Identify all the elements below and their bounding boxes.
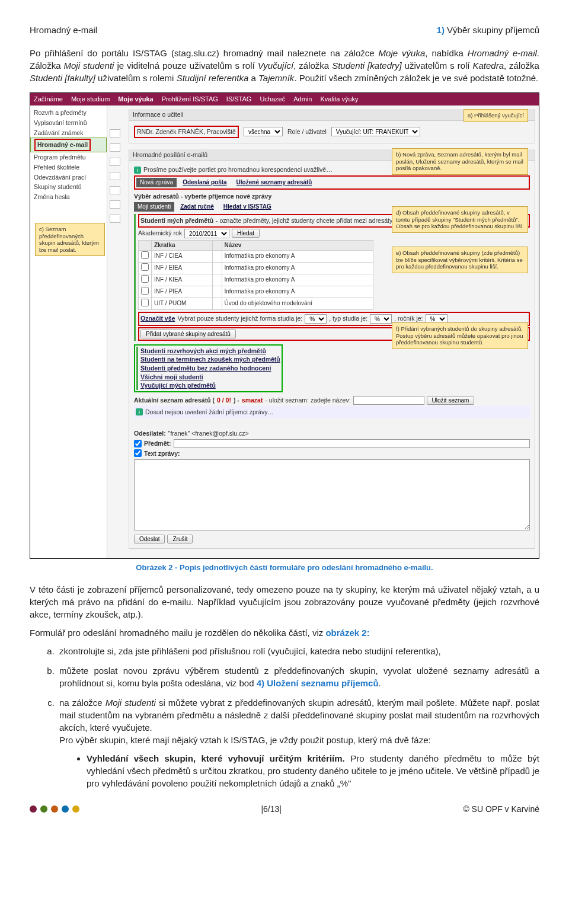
- sidebar-item[interactable]: Odevzdávání prací: [30, 172, 107, 183]
- save-list-button[interactable]: Uložit seznam: [427, 396, 475, 405]
- year-num-select[interactable]: %: [426, 314, 447, 324]
- bullet-search: Vyhledání všech skupin, které vyhovují u…: [87, 752, 539, 789]
- nav-item[interactable]: Moje výuka: [118, 95, 153, 104]
- table-row: UIT / PUOMÚvod do objektového modelování: [139, 298, 373, 309]
- main-area: Informace o učiteli RNDr. Zdeněk FRANĚK,…: [107, 105, 539, 558]
- sidebar: Rozvrh a předmětyVypisování termínůZadáv…: [30, 105, 107, 558]
- annotation-c: c) Seznam předdefinovaných skupin adresá…: [35, 223, 105, 256]
- tab-saved-lists[interactable]: Uložené seznamy adresátů: [233, 178, 316, 187]
- sidebar-item[interactable]: Skupiny studentů: [30, 182, 107, 192]
- predef-group-link[interactable]: Studenti rozvrhových akcí mých předmětů: [140, 347, 266, 354]
- nav-item[interactable]: Uchazeč: [260, 95, 285, 104]
- list-item-c: na záložce Moji studenti si můžete vybra…: [57, 696, 539, 789]
- tab-new-message[interactable]: Nová zpráva: [136, 178, 177, 187]
- nav-item[interactable]: IS/STAG: [226, 95, 252, 104]
- subject-checkbox[interactable]: [134, 440, 142, 447]
- info-icon: i: [134, 167, 141, 174]
- info-icon: i: [136, 408, 143, 415]
- table-row: INF / PIEAInformatika pro ekonomy A: [139, 286, 373, 298]
- find-button[interactable]: Hledat: [232, 229, 260, 238]
- brand-dots: [30, 805, 79, 813]
- nav-item[interactable]: Prohlížení IS/STAG: [162, 95, 218, 104]
- table-row: INF / EIEAInformatika pro ekonomy A: [139, 262, 373, 274]
- predef-group-link[interactable]: Studenti na termínech zkoušek mých předm…: [140, 356, 280, 363]
- teacher-name: RNDr. Zdeněk FRANĚK, Pracoviště: [134, 126, 239, 138]
- body-checkbox[interactable]: [134, 449, 142, 457]
- body-textarea[interactable]: [134, 459, 530, 530]
- sidebar-item[interactable]: Změna hesla: [30, 192, 107, 202]
- row-checkbox[interactable]: [141, 251, 149, 259]
- page-footer: |6/13| © SU OPF v Karviné: [30, 804, 539, 816]
- sidebar-item[interactable]: Přehled školitele: [30, 162, 107, 172]
- subjects-table: ZkratkaNázev INF / CIEAInformatika pro e…: [138, 240, 373, 310]
- tab-manual[interactable]: Zadat ručně: [177, 202, 218, 212]
- annotation-e: e) Obsah předdefinované skupiny (zde pře…: [392, 247, 528, 273]
- annotation-b: b) Nová zpráva, Seznam adresátů, kterým …: [392, 148, 528, 174]
- row-checkbox[interactable]: [141, 299, 149, 306]
- role-select[interactable]: Vyučující: UIT: FRANEKUIT: [331, 127, 420, 136]
- annotation-f: f) Přidání vybraných studentů do skupiny…: [392, 322, 528, 349]
- header-left: Hromadný e-mail: [30, 24, 97, 36]
- subject-input[interactable]: [174, 439, 530, 448]
- annotation-a: a) Přihlášený vyučující: [463, 109, 528, 122]
- study-form-select[interactable]: %: [305, 314, 327, 324]
- nav-item[interactable]: Kvalita výuky: [320, 95, 358, 104]
- cancel-button[interactable]: Zrušit: [167, 535, 193, 543]
- tab-my-students[interactable]: Moji studenti: [134, 202, 174, 212]
- predef-group-link[interactable]: Všichni moji studenti: [140, 373, 203, 381]
- figure-caption: Obrázek 2 - Popis jednotlivých částí for…: [30, 562, 539, 573]
- page-number: |6/13|: [261, 804, 282, 816]
- sidebar-item[interactable]: Rozvrh a předměty: [30, 108, 107, 118]
- copyright: © SU OPF v Karviné: [463, 804, 539, 816]
- nav-item[interactable]: Admin: [293, 95, 312, 104]
- row-checkbox[interactable]: [141, 287, 149, 295]
- page-header: Hromadný e-mail 1) Výběr skupiny příjemc…: [30, 24, 539, 36]
- sidebar-item[interactable]: Zadávání známek: [30, 128, 107, 138]
- clear-list-link[interactable]: smazat: [242, 396, 263, 405]
- workplace-select[interactable]: všechna: [244, 127, 283, 136]
- predef-group-link[interactable]: Studenti předmětu bez zadaného hodnocení: [140, 365, 271, 372]
- year-select[interactable]: 2010/2011: [184, 229, 229, 238]
- sidebar-item[interactable]: Hromadný e-mail: [30, 138, 107, 152]
- screenshot-figure: ZačínámeMoje studiumMoje výukaProhlížení…: [30, 92, 539, 559]
- select-all-link[interactable]: Označit vše: [140, 314, 175, 323]
- row-checkbox[interactable]: [141, 263, 149, 271]
- annotation-d: d) Obsah předdefinované skupiny adresátů…: [392, 206, 528, 232]
- study-type-select[interactable]: %: [370, 314, 392, 324]
- table-row: INF / CIEAInformatika pro ekonomy A: [139, 250, 373, 262]
- nav-item[interactable]: Začínáme: [34, 95, 63, 104]
- sidebar-item[interactable]: Program předmětu: [30, 152, 107, 162]
- top-nav: ZačínámeMoje studiumMoje výukaProhlížení…: [30, 93, 539, 105]
- row-checkbox[interactable]: [141, 275, 149, 283]
- add-groups-button[interactable]: Přidat vybrané skupiny adresátů: [140, 330, 236, 338]
- predef-group-link[interactable]: Vyučující mých předmětů: [140, 382, 216, 389]
- tab-search[interactable]: Hledat v IS/STAG: [220, 202, 275, 212]
- list-name-input[interactable]: [353, 396, 424, 405]
- sidebar-item[interactable]: Vypisování termínů: [30, 118, 107, 128]
- intro-paragraph: Po přihlášení do portálu IS/STAG (stag.s…: [30, 47, 539, 84]
- body-p2: V této části je zobrazení příjemců perso…: [30, 583, 539, 621]
- header-right: 1) Výběr skupiny příjemců: [437, 24, 539, 36]
- nav-item[interactable]: Moje studium: [71, 95, 110, 104]
- list-item-b: můžete poslat novou zprávu výběrem stude…: [57, 664, 539, 689]
- steps-list: zkontrolujte si, zda jste přihlášeni pod…: [30, 645, 539, 789]
- send-button[interactable]: Odeslat: [134, 535, 165, 543]
- body-p3: Formulář pro odeslání hromadného mailu j…: [30, 626, 539, 639]
- list-item-a: zkontrolujte si, zda jste přihlášeni pod…: [57, 645, 539, 657]
- tab-sent[interactable]: Odeslaná pošta: [179, 178, 230, 187]
- table-row: INF / KIEAInformatika pro ekonomy A: [139, 274, 373, 286]
